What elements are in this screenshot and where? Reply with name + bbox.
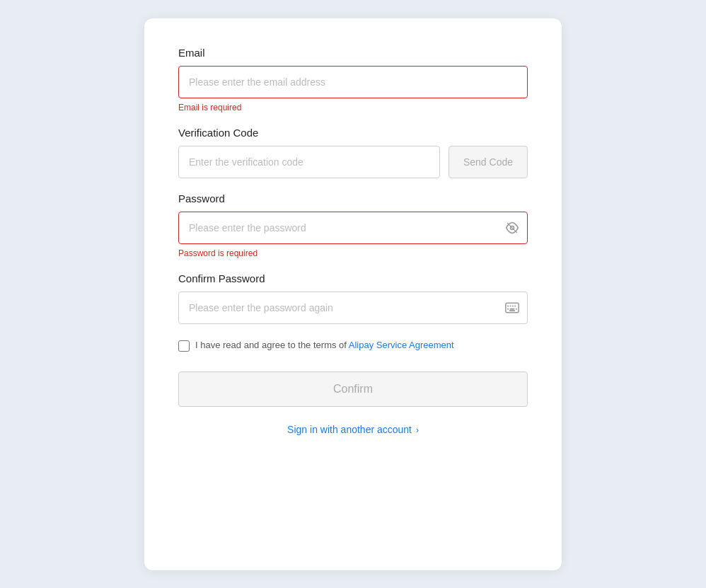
password-label: Password xyxy=(178,192,528,204)
email-field-group: Email Email is required xyxy=(178,47,528,113)
confirm-password-input[interactable] xyxy=(178,292,528,324)
agreement-prefix: I have read and agree to the terms of xyxy=(195,340,349,350)
sign-in-link-container: Sign in with another account › xyxy=(178,424,528,435)
confirm-password-label: Confirm Password xyxy=(178,272,528,284)
sign-in-chevron: › xyxy=(416,425,419,435)
confirm-password-field-group: Confirm Password xyxy=(178,272,528,324)
password-input[interactable] xyxy=(178,212,528,244)
confirm-button[interactable]: Confirm xyxy=(178,371,528,407)
verification-row: Send Code xyxy=(178,146,528,178)
verification-label: Verification Code xyxy=(178,127,528,139)
verification-field-group: Verification Code Send Code xyxy=(178,127,528,178)
email-label: Email xyxy=(178,47,528,59)
agreement-checkbox[interactable] xyxy=(178,340,190,352)
verification-input[interactable] xyxy=(178,146,440,178)
registration-card: Email Email is required Verification Cod… xyxy=(144,18,562,570)
sign-in-link-text: Sign in with another account xyxy=(287,424,412,435)
email-input[interactable] xyxy=(178,66,528,98)
agreement-row: I have read and agree to the terms of Al… xyxy=(178,338,528,352)
password-field-group: Password Password is required xyxy=(178,192,528,258)
send-code-button[interactable]: Send Code xyxy=(449,146,528,178)
password-error: Password is required xyxy=(178,248,528,258)
password-toggle-icon[interactable] xyxy=(505,221,519,235)
agreement-group: I have read and agree to the terms of Al… xyxy=(178,338,528,352)
password-input-wrapper xyxy=(178,212,528,244)
sign-in-link[interactable]: Sign in with another account › xyxy=(287,424,419,435)
confirm-password-input-wrapper xyxy=(178,292,528,324)
email-error: Email is required xyxy=(178,103,528,113)
agreement-link[interactable]: Alipay Service Agreement xyxy=(349,340,454,350)
email-input-wrapper xyxy=(178,66,528,98)
agreement-label[interactable]: I have read and agree to the terms of Al… xyxy=(195,338,454,352)
keyboard-icon[interactable] xyxy=(505,302,519,313)
